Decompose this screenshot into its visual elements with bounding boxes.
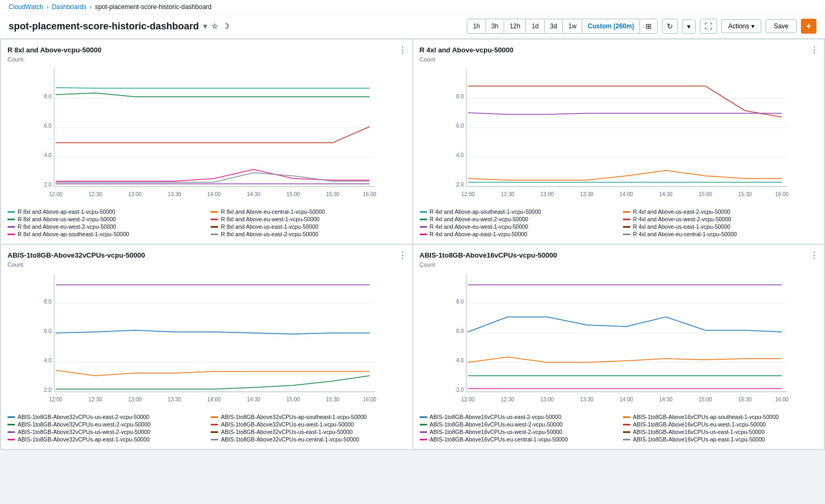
svg-text:12:30: 12:30 [89,397,102,402]
actions-button[interactable]: Actions ▾ [721,19,761,33]
legend-item: R 8xl and Above-eu-west-1-vcpu-50000 [211,216,405,222]
svg-text:12:30: 12:30 [500,397,514,402]
panel1-axis: Count [7,56,406,63]
time-3h[interactable]: 3h [486,20,504,33]
legend-label: ABIS-1to8GB-Above32vCPUs-eu-west-1-vcpu-… [221,421,354,428]
legend-label: ABIS-1to8GB-Above16vCPUs-eu-west-1-vcpu-… [633,421,766,428]
dashboards-link[interactable]: Dashboards [52,3,87,11]
panel1-chart: 2.0 4.0 6.0 8.0 12:00 12:30 13:00 13:30 … [7,64,406,204]
svg-text:12:00: 12:00 [49,397,63,402]
svg-text:15:00: 15:00 [698,397,712,402]
panel2-chart: 2.0 4.0 6.0 8.0 12:00 12:30 13:00 13:30 … [420,64,818,204]
panel3-title: ABIS-1to8GB-Above32vCPUs-vcpu-50000 [7,251,406,259]
panel4-menu[interactable]: ⋮ [810,250,819,260]
panel4-legend: ABIS-1to8GB-Above16vCPUs-us-east-2-vcpu-… [420,414,818,443]
time-1h[interactable]: 1h [467,20,485,33]
panel3-chart: 2.0 4.0 6.0 8.0 12:00 12:30 13:00 13:30 … [7,269,406,409]
time-custom[interactable]: Custom (260m) [582,20,640,33]
grid-icon-btn[interactable]: ⊞ [640,19,657,33]
svg-text:2.0: 2.0 [456,387,464,393]
panel4-svg: 2.0 4.0 6.0 8.0 12:00 12:30 13:00 13:30 … [420,269,818,408]
svg-text:15:30: 15:30 [738,397,751,402]
time-12h[interactable]: 12h [504,20,526,33]
time-3d[interactable]: 3d [545,20,563,33]
svg-text:14:30: 14:30 [659,191,672,197]
panel2-svg: 2.0 4.0 6.0 8.0 12:00 12:30 13:00 13:30 … [420,64,818,203]
dropdown-button[interactable]: ▾ [682,19,696,34]
legend-label: R 4xl and Above-ap-east-1-vcpu-50000 [430,231,528,237]
legend-label: R 4xl and Above-eu-west-1-vcpu-50000 [430,223,528,230]
svg-text:14:00: 14:00 [207,397,221,402]
panel4-title: ABIS-1to8GB-Above16vCPUs-vcpu-50000 [420,251,818,259]
sep2: › [90,3,92,11]
svg-text:14:00: 14:00 [619,397,633,402]
legend-item: ABIS-1to8GB-Above32vCPUs-ap-southeast-1-… [211,414,405,420]
svg-text:8.0: 8.0 [456,94,464,99]
legend-label: R 8xl and Above-ap-east-1-vcpu-50000 [18,208,115,215]
legend-item: R 8xl and Above-ap-east-1-vcpu-50000 [7,208,202,215]
star-icon[interactable]: ☆ [211,22,218,30]
panel1-legend: R 8xl and Above-ap-east-1-vcpu-50000 R 8… [7,208,406,237]
svg-text:14:30: 14:30 [247,191,260,197]
breadcrumb: CloudWatch › Dashboards › spot-placement… [9,3,212,11]
svg-text:6.0: 6.0 [44,123,51,129]
actions-label: Actions [728,22,749,30]
svg-text:4.0: 4.0 [456,152,464,158]
panel2-axis: Count [420,56,818,63]
legend-item: R 8xl and Above-us-west-2-vcpu-50000 [7,216,202,222]
svg-text:6.0: 6.0 [44,328,51,334]
panel1-menu[interactable]: ⋮ [398,45,407,55]
svg-text:16:00: 16:00 [363,397,376,402]
time-1w[interactable]: 1w [563,20,582,33]
legend-item: ABIS-1to8GB-Above32vCPUs-ap-east-1-vcpu-… [7,436,202,443]
time-1d[interactable]: 1d [526,20,544,33]
legend-item: ABIS-1to8GB-Above16vCPUs-eu-west-1-vcpu-… [623,421,818,428]
save-button[interactable]: Save [766,19,796,33]
legend-label: R 4xl and Above-us-west-2-vcpu-50000 [633,216,731,222]
svg-text:14:30: 14:30 [247,397,260,402]
svg-text:13:30: 13:30 [580,397,593,402]
legend-item: R 4xl and Above-ap-east-1-vcpu-50000 [420,231,614,237]
legend-label: ABIS-1to8GB-Above16vCPUs-ap-southeast-1-… [633,414,779,420]
legend-label: ABIS-1to8GB-Above16vCPUs-eu-central-1-vc… [430,436,568,443]
legend-item: ABIS-1to8GB-Above16vCPUs-us-east-2-vcpu-… [420,414,614,420]
legend-label: R 8xl and Above-eu-central-1-vcpu-50000 [221,208,325,215]
fullscreen-button[interactable]: ⛶ [700,19,717,34]
svg-text:16:00: 16:00 [775,397,788,402]
legend-label: ABIS-1to8GB-Above32vCPUs-us-east-2-vcpu-… [18,414,149,420]
svg-text:13:30: 13:30 [168,397,181,402]
legend-label: R 8xl and Above-us-west-2-vcpu-50000 [18,216,116,222]
svg-text:16:00: 16:00 [363,191,376,197]
legend-label: ABIS-1to8GB-Above32vCPUs-ap-east-1-vcpu-… [18,436,150,443]
refresh-button[interactable]: ↻ [662,19,678,34]
svg-text:15:00: 15:00 [287,191,300,197]
current-page: spot-placement-score-historic-dashboard [95,3,212,11]
panel1-title: R 8xl and Above-vcpu-50000 [7,46,406,54]
svg-text:15:30: 15:30 [738,191,751,197]
legend-label: ABIS-1to8GB-Above16vCPUs-us-east-2-vcpu-… [430,414,561,420]
legend-label: R 8xl and Above-us-east-2-vcpu-50000 [221,231,318,237]
panel3-svg: 2.0 4.0 6.0 8.0 12:00 12:30 13:00 13:30 … [7,269,406,408]
legend-label: R 4xl and Above-eu-west-2-vcpu-50000 [430,216,528,222]
panel3-menu[interactable]: ⋮ [398,250,407,260]
legend-label: R 4xl and Above-us-east-1-vcpu-50000 [633,223,730,230]
panel2-menu[interactable]: ⋮ [810,45,819,55]
legend-item: R 8xl and Above-us-east-1-vcpu-50000 [211,223,405,230]
svg-text:2.0: 2.0 [44,182,51,188]
legend-item: R 8xl and Above-ap-southeast-1-vcpu-5000… [7,231,202,237]
legend-label: R 8xl and Above-ap-southeast-1-vcpu-5000… [18,231,129,237]
svg-text:13:00: 13:00 [128,397,142,402]
legend-item: ABIS-1to8GB-Above16vCPUs-ap-southeast-1-… [623,414,818,420]
legend-item: ABIS-1to8GB-Above16vCPUs-ap-east-1-vcpu-… [623,436,818,443]
cloudwatch-link[interactable]: CloudWatch [9,3,43,11]
add-button[interactable]: + [801,19,816,34]
legend-label: R 8xl and Above-us-east-1-vcpu-50000 [221,223,318,230]
legend-item: ABIS-1to8GB-Above32vCPUs-us-east-1-vcpu-… [211,429,405,435]
legend-label: ABIS-1to8GB-Above32vCPUs-us-east-1-vcpu-… [221,429,352,435]
svg-text:4.0: 4.0 [456,358,464,363]
legend-item: ABIS-1to8GB-Above32vCPUs-eu-west-1-vcpu-… [211,421,405,428]
moon-icon[interactable]: ☽ [222,22,229,30]
panel2-title: R 4xl and Above-vcpu-50000 [420,46,818,54]
svg-text:15:30: 15:30 [326,397,340,402]
title-dropdown-icon[interactable]: ▾ [203,22,207,30]
